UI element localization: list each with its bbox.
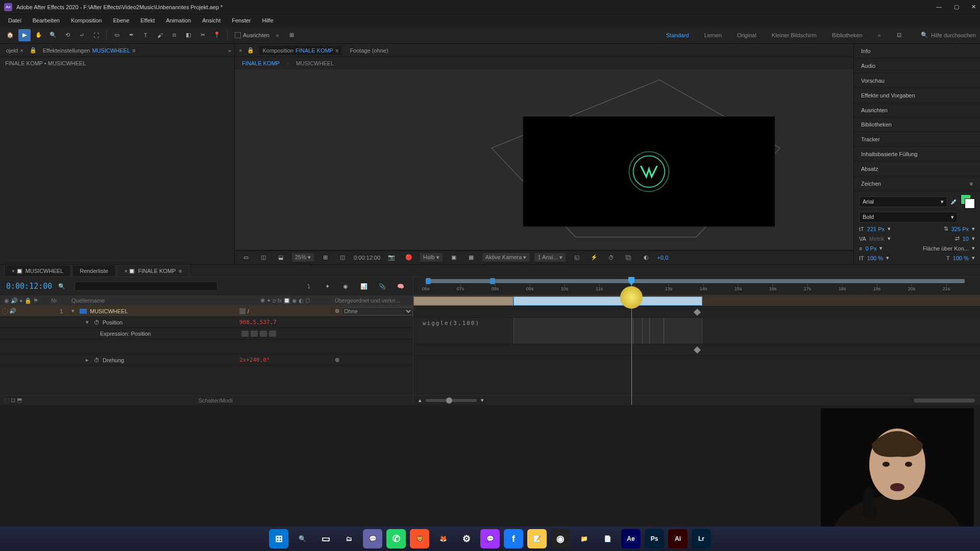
transparency-icon[interactable]: ▦ bbox=[465, 252, 477, 264]
position-value[interactable]: 908,5,537,7 bbox=[239, 319, 277, 325]
tl-motionblur-icon[interactable]: ◉ bbox=[339, 280, 352, 292]
toggle-switches-icon[interactable]: ⬚ ⊡ ⬒ bbox=[4, 397, 22, 404]
timeline-icon[interactable]: ⏱ bbox=[605, 252, 618, 264]
notes-icon[interactable]: 📝 bbox=[527, 529, 547, 548]
parent-select[interactable]: Ohne bbox=[341, 307, 413, 315]
layer-bar-track[interactable] bbox=[413, 295, 980, 307]
panel-vorschau[interactable]: Vorschau bbox=[854, 73, 980, 88]
roto-tool[interactable]: ✂ bbox=[197, 29, 209, 41]
search-icon[interactable]: 🔍 bbox=[292, 529, 312, 548]
grid-icon[interactable]: ⊞ bbox=[286, 29, 298, 41]
panel-ausrichten[interactable]: Ausrichten bbox=[854, 103, 980, 118]
panel-zeichen-header[interactable]: Zeichen≡ bbox=[854, 177, 980, 191]
stopwatch-icon[interactable]: ⏱ bbox=[94, 319, 100, 325]
panel-effekte[interactable]: Effekte und Vorgaben bbox=[854, 88, 980, 103]
eyedropper-icon[interactable]: 💉 bbox=[950, 198, 958, 205]
zoom-tool[interactable]: 🔍 bbox=[47, 29, 59, 41]
layer-row-musicwheel[interactable]: 🔊 1 ▾MUSICWHEEL / ⊚ Ohne bbox=[0, 306, 413, 317]
files-icon[interactable]: 📁 bbox=[574, 529, 594, 548]
work-area-start[interactable] bbox=[426, 278, 431, 284]
menu-effekt[interactable]: Effekt bbox=[135, 16, 160, 25]
eraser-tool[interactable]: ◧ bbox=[182, 29, 194, 41]
menu-bearbeiten[interactable]: Bearbeiten bbox=[28, 16, 65, 25]
layer-bar-selected[interactable] bbox=[513, 296, 702, 306]
menu-ebene[interactable]: Ebene bbox=[108, 16, 134, 25]
help-search[interactable]: 🔍 Hilfe durchsuchen bbox=[921, 32, 976, 38]
hand-tool[interactable]: ✋ bbox=[33, 29, 45, 41]
tracking-value[interactable]: 10 bbox=[963, 236, 969, 242]
brave-icon[interactable]: 🦁 bbox=[410, 529, 429, 548]
stroke-value[interactable]: 0 Px bbox=[865, 245, 876, 252]
viewer-alpha-icon[interactable]: ◫ bbox=[257, 252, 270, 264]
camera-tool[interactable]: ⛶ bbox=[90, 29, 102, 41]
expression-track[interactable]: wiggle(3,100) bbox=[413, 318, 980, 344]
shape-tool[interactable]: ▭ bbox=[111, 29, 123, 41]
workspace-reset-icon[interactable]: ⊡ bbox=[893, 29, 905, 41]
tl-draft-icon[interactable]: 📎 bbox=[376, 280, 388, 292]
zoom-slider[interactable] bbox=[426, 399, 477, 402]
fill-over-select[interactable]: Fläche über Kon... bbox=[923, 245, 969, 252]
resolution-select[interactable]: Halb ▾ bbox=[420, 253, 443, 262]
snapshot-icon[interactable]: 📷 bbox=[385, 252, 398, 264]
photoshop-icon[interactable]: Ps bbox=[645, 529, 664, 548]
font-family-select[interactable]: Arial▾ bbox=[859, 196, 947, 207]
expression-language-icon[interactable] bbox=[269, 331, 276, 337]
stamp-tool[interactable]: ⧈ bbox=[168, 29, 180, 41]
orbit-tool[interactable]: ⟲ bbox=[61, 29, 74, 41]
expression-pickwhip-icon[interactable] bbox=[260, 331, 267, 337]
text-tool[interactable]: T bbox=[139, 29, 152, 41]
teams-icon[interactable]: 💬 bbox=[363, 529, 382, 548]
workspace-kleiner[interactable]: Kleiner Bildschirm bbox=[769, 30, 820, 40]
close-button[interactable]: ✕ bbox=[971, 4, 976, 10]
time-ruler[interactable]: 06s07s08s09s10s11s12s13s14s15s16s17s18s1… bbox=[413, 277, 980, 295]
guides-icon[interactable]: ◫ bbox=[336, 252, 349, 264]
notepad-icon[interactable]: 📄 bbox=[598, 529, 617, 548]
menu-datei[interactable]: Datei bbox=[3, 16, 27, 25]
menu-hilfe[interactable]: Hilfe bbox=[257, 16, 279, 25]
keyframe-icon[interactable] bbox=[694, 346, 701, 354]
zoom-select[interactable]: 25% ▾ bbox=[292, 253, 314, 262]
snap-icon[interactable]: ⟐ bbox=[272, 29, 284, 41]
composition-viewer[interactable] bbox=[235, 69, 853, 250]
messenger-icon[interactable]: 💬 bbox=[480, 529, 500, 548]
camera-select[interactable]: Aktive Kamera ▾ bbox=[482, 253, 530, 262]
pen-tool[interactable]: ✒ bbox=[125, 29, 137, 41]
menu-fenster[interactable]: Fenster bbox=[227, 16, 256, 25]
tl-brain-icon[interactable]: 🧠 bbox=[395, 280, 407, 292]
footage-tab[interactable]: Footage (ohne) bbox=[347, 46, 391, 55]
channel-icon[interactable]: 🔴 bbox=[403, 252, 415, 264]
visibility-toggle[interactable] bbox=[2, 308, 8, 314]
illustrator-icon[interactable]: Ai bbox=[668, 529, 688, 548]
tl-graph-icon[interactable]: 📊 bbox=[358, 280, 370, 292]
playhead[interactable] bbox=[631, 277, 632, 405]
workspace-bibliotheken[interactable]: Bibliotheken bbox=[829, 30, 866, 40]
font-size-value[interactable]: 221 Px bbox=[867, 226, 885, 232]
keyframe-icon[interactable] bbox=[694, 309, 701, 316]
stroke-color-swatch[interactable] bbox=[965, 198, 975, 209]
menu-komposition[interactable]: Komposition bbox=[66, 16, 107, 25]
composition-tab[interactable]: Komposition FINALE KOMP ≡ bbox=[259, 46, 341, 55]
after-effects-icon[interactable]: Ae bbox=[621, 529, 641, 548]
layer-bar[interactable] bbox=[413, 296, 513, 306]
maximize-button[interactable]: ▢ bbox=[954, 4, 959, 10]
windows-start-icon[interactable]: ⊞ bbox=[269, 529, 288, 548]
panel-info[interactable]: Info bbox=[854, 44, 980, 59]
hscale-value[interactable]: 100 % bbox=[953, 255, 969, 261]
parent-pickwhip-icon[interactable]: ⊚ bbox=[335, 357, 339, 363]
puppet-tool[interactable]: 📍 bbox=[211, 29, 223, 41]
timeline-tab-finale[interactable]: × 🔲 FINALE KOMP ≡ bbox=[117, 265, 189, 277]
navigator-bar[interactable] bbox=[914, 398, 975, 403]
kerning-value[interactable]: Metrik bbox=[869, 236, 885, 242]
work-area-end[interactable] bbox=[490, 278, 495, 284]
workspace-original[interactable]: Original bbox=[734, 30, 760, 40]
zoom-out-icon[interactable]: ▴ bbox=[419, 397, 422, 404]
pixel-aspect-icon[interactable]: ◱ bbox=[571, 252, 583, 264]
property-rotation[interactable]: ▸⏱Drehung 2x+240,0° ⊚ bbox=[0, 355, 413, 366]
facebook-icon[interactable]: f bbox=[504, 529, 523, 548]
property-expression-position[interactable]: Expression: Position bbox=[0, 328, 413, 339]
current-timecode[interactable]: 0:00:12:00 bbox=[6, 282, 52, 291]
audio-toggle[interactable]: 🔊 bbox=[9, 308, 16, 314]
lightroom-icon[interactable]: Lr bbox=[692, 529, 711, 548]
expression-graph-icon[interactable] bbox=[251, 331, 258, 337]
exposure-reset-icon[interactable]: ◐ bbox=[640, 252, 652, 264]
